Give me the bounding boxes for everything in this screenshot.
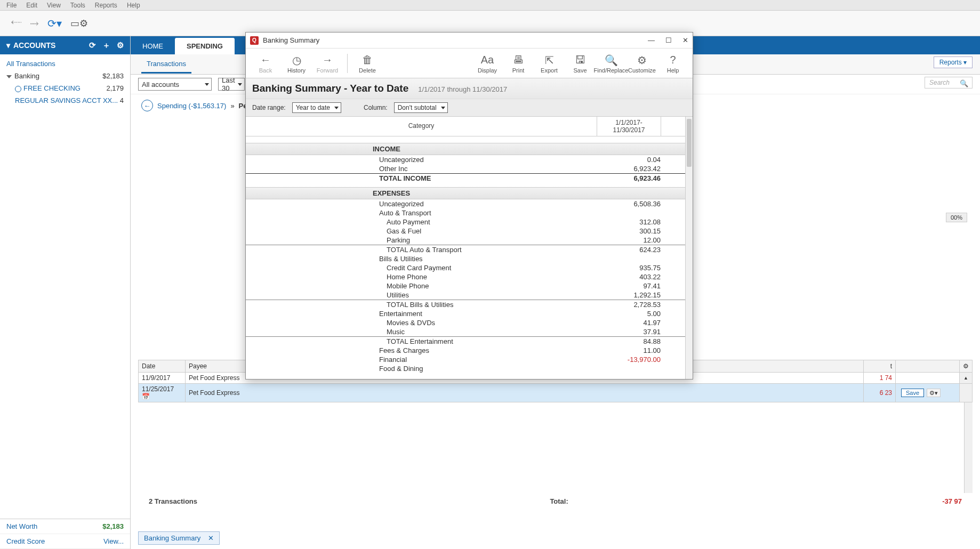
report-row[interactable]: Entertainment5.00	[246, 309, 693, 318]
period-combo[interactable]: Last 30	[218, 78, 245, 91]
report-row[interactable]: Utilities1,292.15	[246, 290, 693, 300]
report-row[interactable]: Uncategorized0.04	[246, 155, 693, 164]
report-row[interactable]: Parking12.00	[246, 236, 693, 245]
report-row[interactable]: Gas & Fuel300.15	[246, 227, 693, 236]
tb-forward[interactable]: →Forward	[313, 53, 342, 74]
back-arrow-icon[interactable]: ⬸	[11, 17, 21, 29]
cell-date: 11/9/2017	[139, 373, 186, 384]
group-label: Banking	[14, 72, 39, 80]
sidebar-account-savings[interactable]: REGULAR SAVINGS ACCT XX... 4	[0, 94, 130, 107]
account-label: FREE CHECKING	[23, 84, 81, 92]
status-tab[interactable]: Banking Summary ✕	[138, 531, 220, 545]
menu-edit[interactable]: Edit	[26, 2, 37, 9]
breadcrumb-back-icon[interactable]: ←	[141, 100, 153, 111]
report-date-range: 1/1/2017 through 11/30/2017	[418, 85, 507, 93]
report-row[interactable]: TOTAL Bills & Utilities2,728.53	[246, 300, 693, 309]
cell-date: 11/25/2017 📅	[139, 384, 186, 402]
page-settings-icon[interactable]: ▭⚙	[70, 18, 88, 29]
tb-save[interactable]: 🖫Save	[566, 53, 595, 74]
report-row[interactable]: Fees & Charges11.00	[246, 346, 693, 355]
tx-count: 2 Transactions	[149, 497, 197, 505]
menubar: File Edit View Tools Reports Help	[0, 0, 980, 11]
tb-back[interactable]: ←Back	[251, 53, 280, 74]
scrollbar[interactable]	[964, 402, 973, 493]
collapse-icon[interactable]	[6, 75, 12, 78]
menu-file[interactable]: File	[6, 2, 17, 9]
cell-amount: 1 74	[864, 373, 896, 384]
col-amount[interactable]: t	[864, 360, 896, 373]
tb-find-replace[interactable]: 🔍Find/Replace	[597, 53, 625, 74]
cell-scroll[interactable]: ▲	[960, 373, 973, 384]
menu-reports[interactable]: Reports	[95, 2, 117, 9]
report-row[interactable]: Auto Payment312.08	[246, 217, 693, 227]
tb-delete[interactable]: 🗑Delete	[353, 53, 382, 74]
breadcrumb-spending[interactable]: Spending (-$1,563.17)	[157, 102, 226, 110]
tab-home[interactable]: HOME	[131, 38, 175, 54]
date-range-combo[interactable]: Year to date	[292, 102, 341, 113]
col-actions	[896, 360, 960, 373]
report-row[interactable]: Home Phone403.22	[246, 272, 693, 281]
dropdown-icon[interactable]: ▾	[6, 41, 10, 50]
sidebar-group-banking[interactable]: Banking $2,183	[0, 70, 130, 82]
menu-help[interactable]: Help	[127, 2, 140, 9]
tb-export[interactable]: ⇱Export	[535, 53, 564, 74]
total-value: -37 97	[942, 497, 962, 505]
reports-dropdown[interactable]: Reports ▾	[934, 56, 973, 68]
close-icon[interactable]: ✕	[208, 534, 214, 542]
report-title-row: Banking Summary - Year to Date 1/1/2017 …	[246, 78, 693, 99]
totals-row: 2 Transactions Total: -37 97	[138, 493, 973, 505]
table-row[interactable]: 11/25/2017 📅 Pet Food Express 6 23 Save …	[139, 384, 973, 402]
col-date[interactable]: Date	[139, 360, 186, 373]
search-icon[interactable]: 🔍	[960, 79, 968, 87]
column-combo[interactable]: Don't subtotal	[394, 102, 448, 113]
sidebar-account-checking[interactable]: FREE CHECKING 2,179	[0, 82, 130, 94]
report-row[interactable]: TOTAL Entertainment84.88	[246, 336, 693, 346]
footer-net-worth[interactable]: Net Worth $2,183	[0, 519, 130, 534]
close-icon[interactable]: ✕	[682, 36, 688, 44]
sync-icon[interactable]: ⟳	[89, 41, 96, 51]
report-row[interactable]: TOTAL Auto & Transport624.23	[246, 245, 693, 254]
clock-icon	[15, 86, 21, 92]
gear-icon[interactable]: ⚙	[117, 41, 124, 51]
col-gear[interactable]: ⚙	[960, 360, 973, 373]
calendar-icon[interactable]: 📅	[142, 393, 150, 400]
report-row[interactable]: Financial-13,970.00	[246, 355, 693, 364]
menu-tools[interactable]: Tools	[70, 2, 85, 9]
report-row[interactable]: Movies & DVDs41.97	[246, 318, 693, 327]
account-amount: 4	[120, 96, 124, 104]
report-row[interactable]: Uncategorized6,508.36	[246, 199, 693, 208]
maximize-icon[interactable]: ☐	[665, 36, 672, 44]
window-titlebar[interactable]: Q Banking Summary — ☐ ✕	[246, 33, 693, 49]
subtab-transactions[interactable]: Transactions	[141, 55, 191, 74]
forward-arrow-icon[interactable]: ⤑	[30, 17, 39, 30]
tb-display[interactable]: AaDisplay	[473, 53, 502, 74]
report-column-headers: Category 1/1/2017- 11/30/2017	[246, 117, 693, 136]
add-icon[interactable]: ＋	[102, 41, 110, 51]
all-transactions-link[interactable]: All Transactions	[0, 58, 130, 70]
report-scrollbar[interactable]	[685, 117, 693, 379]
cell-scroll[interactable]	[960, 384, 973, 402]
report-row[interactable]: Credit Card Payment935.75	[246, 263, 693, 272]
report-row[interactable]: Music37.91	[246, 327, 693, 336]
refresh-icon[interactable]: ⟳▾	[47, 17, 62, 30]
section-expenses: EXPENSES	[246, 187, 693, 199]
minimize-icon[interactable]: —	[648, 36, 655, 44]
accounts-combo[interactable]: All accounts	[138, 78, 212, 91]
tb-customize[interactable]: ⚙Customize	[628, 53, 656, 74]
header-period: 1/1/2017- 11/30/2017	[597, 117, 661, 136]
report-row[interactable]: Bills & Utilities	[246, 254, 693, 263]
menu-view[interactable]: View	[47, 2, 61, 9]
report-row[interactable]: Mobile Phone97.41	[246, 281, 693, 290]
tb-help[interactable]: ?Help	[658, 53, 687, 74]
row-gear-icon[interactable]: ⚙▾	[927, 389, 941, 397]
footer-credit-score[interactable]: Credit Score View...	[0, 534, 130, 549]
report-row[interactable]: Food & Dining	[246, 364, 693, 373]
tb-history[interactable]: ◷History	[282, 53, 311, 74]
column-label: Column:	[364, 104, 388, 111]
report-row[interactable]: Other Inc6,923.42	[246, 164, 693, 173]
tb-print[interactable]: 🖶Print	[504, 53, 533, 74]
tab-spending[interactable]: SPENDING	[175, 38, 235, 54]
save-button[interactable]: Save	[901, 389, 924, 397]
cell-payee: Pet Food Express	[186, 384, 864, 402]
report-row[interactable]: Auto & Transport	[246, 208, 693, 217]
